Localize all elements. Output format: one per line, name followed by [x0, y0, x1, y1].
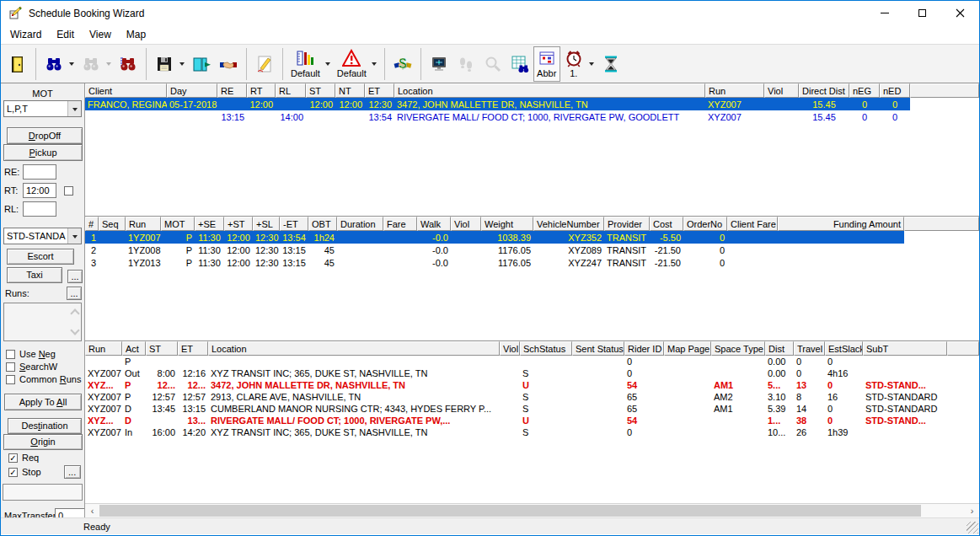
apply-to-all-button[interactable]: Apply To All [4, 394, 82, 410]
column-header[interactable]: OrderNo [683, 217, 727, 231]
menu-item-view[interactable]: View [82, 27, 119, 42]
taxi-more-button[interactable]: ... [67, 270, 83, 283]
runs-listbox[interactable] [3, 303, 82, 341]
runs-more-button[interactable]: ... [67, 287, 82, 300]
maxtransfer-input[interactable] [55, 508, 85, 517]
column-header[interactable]: MOT [161, 217, 195, 231]
exit-button[interactable] [4, 46, 31, 82]
origin-button[interactable]: Origin [3, 434, 83, 450]
table-row[interactable]: 21YZ008P11:3012:0012:3013:1545-0.01176.0… [85, 244, 979, 256]
find-client-button[interactable] [40, 46, 67, 82]
menu-item-map[interactable]: Map [119, 27, 153, 42]
schedule-profile-dropdown-arrow-icon[interactable] [324, 46, 332, 82]
save-button[interactable] [151, 46, 178, 82]
column-header[interactable]: Location [394, 83, 705, 98]
column-header[interactable]: +SL [253, 217, 280, 231]
use-neg-checkbox[interactable] [6, 350, 15, 359]
column-header[interactable]: Travel [794, 341, 825, 356]
column-header[interactable]: Funding Amount [778, 217, 904, 231]
run-search-button[interactable] [506, 46, 533, 82]
violation-profile-dropdown-arrow-icon[interactable] [370, 46, 378, 82]
table-row[interactable]: 11YZ007P11:3012:0012:3013:541h24-0.01038… [85, 231, 979, 244]
table-row[interactable]: XYZ...P12...12...3472, JOHN MALLETTE DR,… [85, 379, 979, 391]
violation-profile-button[interactable]: Default [334, 46, 370, 82]
mot-combobox[interactable]: L,P,T [3, 100, 82, 117]
timer-button[interactable]: 1. [560, 46, 587, 82]
searchw-checkbox[interactable] [6, 362, 15, 372]
hourglass-button[interactable] [597, 46, 624, 82]
column-header[interactable]: +SE [195, 217, 224, 231]
common-runs-checkbox[interactable] [6, 375, 15, 384]
table-row[interactable]: P00.0000 [85, 356, 979, 367]
column-header[interactable]: Direct Dist [799, 83, 849, 98]
scroll-left-icon[interactable]: ‹ [85, 504, 99, 517]
table-row[interactable]: XYZ007Out8:0012:16XYZ TRANSIT INC; 365, … [85, 367, 979, 379]
scrollbar-thumb[interactable] [99, 505, 921, 517]
find-booking-button[interactable] [115, 46, 142, 82]
maximize-button[interactable] [903, 2, 941, 25]
column-header[interactable]: ST [146, 341, 178, 356]
re-input[interactable] [23, 164, 56, 180]
edit-booking-button[interactable] [251, 46, 278, 82]
column-header[interactable]: Viol [500, 341, 520, 356]
column-header[interactable]: Client [85, 83, 167, 98]
column-header[interactable]: Space Type [711, 341, 765, 356]
find-client-dropdown-arrow-icon[interactable] [67, 46, 76, 82]
rt-checkbox[interactable] [64, 186, 73, 196]
menu-item-edit[interactable]: Edit [49, 27, 82, 42]
address-box[interactable] [3, 484, 83, 501]
column-header[interactable]: Weight [481, 217, 533, 231]
table-row[interactable]: FRANCO, REGINA05-17-201812:0012:0012:001… [85, 98, 979, 110]
column-header[interactable]: Dist [765, 341, 794, 356]
negotiate-button[interactable] [215, 46, 242, 82]
column-header[interactable]: Location [208, 341, 500, 356]
column-header[interactable]: -ET [280, 217, 308, 231]
menu-item-wizard[interactable]: Wizard [3, 27, 49, 42]
column-header[interactable]: Seq [99, 217, 126, 231]
timer-dropdown-arrow-icon[interactable] [587, 46, 596, 82]
taxi-button[interactable]: Taxi [7, 267, 62, 283]
scroll-up-icon[interactable] [70, 308, 79, 318]
stop-checkbox[interactable]: ✓ [8, 468, 18, 477]
column-header[interactable]: Rider ID [624, 341, 664, 356]
column-header[interactable]: Run [126, 217, 161, 231]
column-header[interactable]: nED [880, 83, 910, 98]
column-header[interactable]: SchStatus [520, 341, 572, 356]
column-header[interactable]: Act [122, 341, 146, 356]
column-header[interactable]: EstSlack [825, 341, 863, 356]
column-header[interactable]: RL [276, 83, 306, 98]
column-header[interactable]: Map Page [664, 341, 711, 356]
column-header[interactable]: RT [247, 83, 276, 98]
horizontal-scrollbar[interactable]: ‹ › [85, 503, 979, 517]
column-header[interactable]: +ST [224, 217, 253, 231]
column-header[interactable]: Provider [604, 217, 650, 231]
rl-input[interactable] [23, 201, 56, 217]
table-row[interactable]: XYZ007D13:4513:15CUMBERLAND MANOR NURSIN… [85, 403, 979, 415]
column-header[interactable]: Fare [383, 217, 417, 231]
mot-dropdown-button[interactable] [67, 101, 81, 116]
column-header[interactable]: ST [306, 83, 335, 98]
close-button[interactable] [941, 2, 979, 25]
dropoff-button[interactable]: DropOff [7, 127, 83, 144]
service-type-dropdown-button[interactable] [67, 228, 81, 244]
column-header[interactable]: Sent Status [572, 341, 624, 356]
column-header[interactable]: # [85, 217, 99, 231]
service-type-combobox[interactable]: STD-STANDA [3, 228, 82, 244]
column-header[interactable]: SubT [863, 341, 947, 356]
req-checkbox[interactable]: ✓ [8, 453, 18, 463]
escort-button[interactable]: Escort [7, 249, 74, 265]
table-row[interactable]: XYZ...D13...RIVERGATE MALL/ FOOD CT; 100… [85, 415, 979, 426]
minimize-button[interactable] [865, 2, 903, 25]
column-header[interactable]: Viol [764, 83, 799, 98]
rt-input[interactable] [23, 183, 56, 198]
table-row[interactable]: XYZ007P12:5712:572913, CLARE AVE, NASHVI… [85, 391, 979, 403]
column-header[interactable]: RE [217, 83, 247, 98]
column-header[interactable]: VehicleNumber [533, 217, 604, 231]
resize-grip-icon[interactable] [967, 522, 978, 533]
column-header[interactable]: Run [85, 341, 122, 356]
column-header[interactable]: nEG [849, 83, 880, 98]
column-header[interactable]: ET [365, 83, 394, 98]
column-header[interactable]: OBT [308, 217, 337, 231]
scroll-right-icon[interactable]: › [965, 504, 979, 517]
save-dropdown-arrow-icon[interactable] [178, 46, 186, 82]
